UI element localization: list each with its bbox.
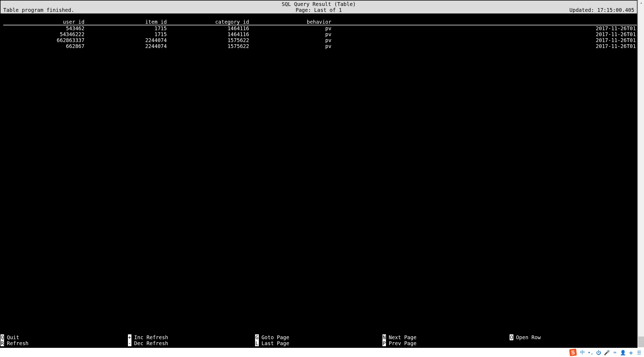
col-header-user-id: user_id	[3, 19, 86, 25]
cell-item-id: 1715	[86, 31, 168, 37]
cell-behavior: pv	[250, 43, 333, 49]
keyboard-icon[interactable]: ⌨	[612, 350, 618, 355]
shortcut-refresh[interactable]: R Refresh	[1, 340, 128, 346]
shortcut-label: Dec Refresh	[131, 340, 168, 346]
vertical-scrollbar[interactable]: ▴	[638, 0, 644, 347]
cell-timestamp: 2017-11-26T01	[333, 43, 637, 49]
cell-user-id: 662863337	[3, 37, 86, 43]
shortcut-goto-page[interactable]: G Goto Page	[255, 334, 382, 340]
shortcut-last-page[interactable]: L Last Page	[255, 340, 382, 346]
key-r: R	[1, 340, 4, 346]
cell-user-id: 662867	[3, 43, 86, 49]
cell-category-id: 1464116	[168, 31, 250, 37]
result-table: user_id item_id category_id behavior 543…	[3, 19, 637, 49]
shortcut-label: Inc Refresh	[131, 334, 168, 340]
scroll-up-arrow-icon[interactable]: ▴	[638, 0, 644, 5]
shortcut-label: Goto Page	[259, 334, 289, 340]
header-bar: SQL Query Result (Table) Table program f…	[1, 1, 637, 13]
shortcut-label: Open Row	[513, 334, 541, 340]
page-indicator: Page: Last of 1	[296, 7, 342, 13]
cell-behavior: pv	[250, 25, 333, 31]
col-header-behavior: behavior	[250, 19, 333, 25]
shortcut-label: Refresh	[4, 340, 28, 346]
col-header-extra	[333, 19, 637, 25]
cell-user-id: 543462	[3, 25, 86, 31]
updated-timestamp: Updated: 17:15:00.405	[570, 7, 634, 13]
col-header-category-id: category_id	[168, 19, 250, 25]
key-n: N	[382, 334, 386, 340]
cell-behavior: pv	[250, 31, 333, 37]
shortcut-open-row[interactable]: O Open Row	[510, 334, 637, 340]
key-o: O	[510, 334, 513, 340]
cell-item-id: 1715	[86, 25, 168, 31]
user-icon[interactable]: 👤	[620, 350, 626, 355]
cell-item-id: 2244074	[86, 37, 168, 43]
key-plus: +	[128, 334, 131, 340]
settings-icon[interactable]: ✿	[628, 350, 634, 355]
key-p: P	[382, 340, 386, 346]
shortcut-label: Prev Page	[386, 340, 416, 346]
col-header-item-id: item_id	[86, 19, 168, 25]
language-icon[interactable]: 中	[580, 350, 585, 355]
shortcut-prev-page[interactable]: P Prev Page	[382, 340, 510, 346]
shortcut-label: Quit	[4, 334, 19, 340]
table-row[interactable]: 662863337 2244074 1575622 pv 2017-11-26T…	[3, 37, 637, 43]
shortcut-inc-refresh[interactable]: + Inc Refresh	[128, 334, 255, 340]
table-row[interactable]: 54346222 1715 1464116 pv 2017-11-26T01	[3, 31, 637, 37]
ime-icon[interactable]: S	[569, 348, 577, 356]
cell-user-id: 54346222	[3, 31, 86, 37]
cell-timestamp: 2017-11-26T01	[333, 31, 637, 37]
microphone-icon[interactable]: 🎤	[604, 350, 609, 355]
scroll-track[interactable]	[638, 5, 644, 347]
shortcut-label: Next Page	[386, 334, 416, 340]
shortcut-label: Last Page	[259, 340, 289, 346]
key-l: L	[255, 340, 259, 346]
footer-shortcuts: Q Quit R Refresh + Inc Refresh - Dec Ref…	[1, 334, 637, 347]
cell-category-id: 1464116	[168, 25, 250, 31]
cell-timestamp: 2017-11-26T01	[333, 37, 637, 43]
shortcut-quit[interactable]: Q Quit	[1, 334, 128, 340]
table-header-row: user_id item_id category_id behavior	[3, 19, 637, 25]
toolbox-icon[interactable]: ☰	[636, 350, 642, 355]
cell-behavior: pv	[250, 37, 333, 43]
shortcut-next-page[interactable]: N Next Page	[382, 334, 510, 340]
table-row[interactable]: 662867 2244074 1575622 pv 2017-11-26T01	[3, 43, 637, 49]
system-taskbar: S 中 •, ⏻ 🎤 ⌨ 👤 ✿ ☰	[0, 348, 644, 357]
cell-item-id: 2244074	[86, 43, 168, 49]
result-area: user_id item_id category_id behavior 543…	[1, 13, 637, 334]
key-g: G	[255, 334, 259, 340]
cell-category-id: 1575622	[168, 37, 250, 43]
scroll-thumb[interactable]	[638, 337, 644, 347]
punctuation-icon[interactable]: •,	[588, 350, 593, 355]
status-message: Table program finished.	[3, 7, 74, 13]
key-minus: -	[128, 340, 131, 346]
cell-timestamp: 2017-11-26T01	[333, 25, 637, 31]
key-q: Q	[1, 334, 4, 340]
table-row[interactable]: 543462 1715 1464116 pv 2017-11-26T01	[3, 25, 637, 31]
power-icon[interactable]: ⏻	[596, 350, 601, 355]
page-title: SQL Query Result (Table)	[282, 1, 356, 7]
terminal-window: SQL Query Result (Table) Table program f…	[0, 0, 638, 348]
cell-category-id: 1575622	[168, 43, 250, 49]
shortcut-dec-refresh[interactable]: - Dec Refresh	[128, 340, 255, 346]
